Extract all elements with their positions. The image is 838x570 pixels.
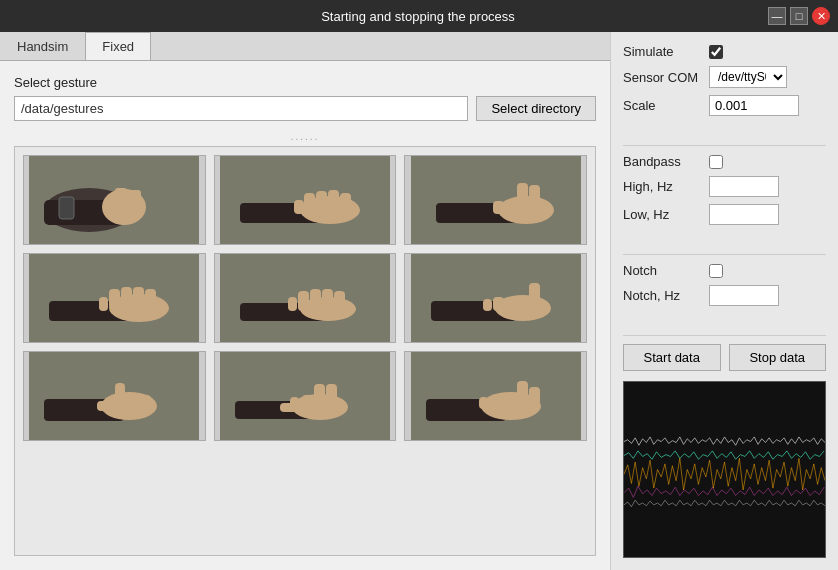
gesture-cell-3[interactable] [404,155,587,245]
svg-rect-53 [97,401,117,411]
waveform-svg [624,382,825,557]
scale-input[interactable] [709,95,799,116]
svg-rect-42 [529,283,540,309]
svg-rect-13 [316,191,327,209]
sensor-com-select[interactable]: /dev/ttyS0 /dev/ttyS1 /dev/ttyUSB0 [709,66,787,88]
svg-rect-28 [121,287,132,309]
gesture-cell-9[interactable] [404,351,587,441]
scroll-indicator: ...... [14,131,596,142]
scale-row: Scale [623,95,826,116]
close-button[interactable]: ✕ [812,7,830,25]
maximize-button[interactable]: □ [790,7,808,25]
svg-rect-14 [304,193,315,211]
directory-input[interactable] [14,96,468,121]
left-content: Select gesture Select directory ...... [0,61,610,570]
svg-rect-57 [326,384,337,408]
notch-section: Notch Notch, Hz [623,263,826,313]
title-bar: Starting and stopping the process — □ ✕ [0,0,838,32]
svg-rect-46 [483,299,492,311]
high-hz-input[interactable] [709,176,779,197]
notch-row: Notch [623,263,826,278]
svg-rect-43 [517,297,528,311]
svg-rect-59 [302,395,313,409]
gesture-image-3 [411,155,581,245]
bandpass-row: Bandpass [623,154,826,169]
svg-rect-38 [288,297,297,311]
gesture-cell-7[interactable] [23,351,206,441]
high-hz-label: High, Hz [623,179,703,194]
gesture-image-4 [29,253,199,343]
low-hz-input[interactable] [709,204,779,225]
notch-checkbox[interactable] [709,264,723,278]
low-hz-label: Low, Hz [623,207,703,222]
svg-rect-30 [99,297,108,311]
directory-row: Select directory [14,96,596,121]
scale-label: Scale [623,98,703,113]
svg-rect-7 [115,188,127,196]
gesture-cell-6[interactable] [404,253,587,343]
gesture-cell-5[interactable] [214,253,397,343]
sensor-com-label: Sensor COM [623,70,703,85]
notch-hz-label: Notch, Hz [623,288,703,303]
select-directory-button[interactable]: Select directory [476,96,596,121]
svg-rect-19 [529,185,540,211]
svg-rect-61 [280,403,298,412]
svg-rect-26 [145,289,156,309]
gesture-image-6 [411,253,581,343]
divider-2 [623,254,826,255]
gesture-cell-4[interactable] [23,253,206,343]
tab-handsim[interactable]: Handsim [0,32,85,60]
gesture-grid-container[interactable] [14,146,596,556]
bandpass-label: Bandpass [623,154,703,169]
gesture-cell-8[interactable] [214,351,397,441]
svg-rect-27 [133,287,144,309]
select-gesture-label: Select gesture [14,75,596,90]
svg-rect-21 [505,200,516,214]
gesture-cell-1[interactable] [23,155,206,245]
svg-rect-6 [129,190,141,198]
svg-rect-22 [493,201,504,214]
stop-data-button[interactable]: Stop data [729,344,827,371]
svg-rect-16 [411,155,581,245]
low-hz-row: Low, Hz [623,204,826,225]
notch-label: Notch [623,263,703,278]
gesture-image-8 [220,351,390,441]
gesture-grid [23,155,587,441]
high-hz-row: High, Hz [623,176,826,197]
svg-rect-12 [328,190,339,208]
simulate-checkbox[interactable] [709,45,723,59]
minimize-button[interactable]: — [768,7,786,25]
start-data-button[interactable]: Start data [623,344,721,371]
svg-rect-11 [340,193,351,211]
svg-rect-34 [334,291,345,311]
svg-rect-45 [493,297,504,311]
sensor-com-container: /dev/ttyS0 /dev/ttyS1 /dev/ttyUSB0 [709,66,787,88]
svg-rect-52 [129,395,139,409]
gesture-cell-2[interactable] [214,155,397,245]
svg-rect-69 [479,397,488,409]
svg-rect-35 [322,289,333,311]
right-panel: Simulate Sensor COM /dev/ttyS0 /dev/ttyS… [610,32,838,570]
svg-rect-4 [59,197,74,219]
gesture-image-7 [29,351,199,441]
bandpass-checkbox[interactable] [709,155,723,169]
window-title: Starting and stopping the process [68,9,768,24]
gesture-image-5 [220,253,390,343]
svg-rect-15 [294,200,304,214]
simulate-label: Simulate [623,44,703,59]
svg-rect-66 [529,387,540,407]
svg-rect-37 [298,291,309,311]
simulate-section: Simulate Sensor COM /dev/ttyS0 /dev/ttyS… [623,44,826,123]
action-buttons: Start data Stop data [623,344,826,371]
left-panel: Handsim Fixed Select gesture Select dire… [0,32,610,570]
sensor-com-row: Sensor COM /dev/ttyS0 /dev/ttyS1 /dev/tt… [623,66,826,88]
svg-rect-58 [314,384,325,408]
svg-rect-68 [493,395,504,409]
tab-fixed[interactable]: Fixed [85,32,151,60]
notch-hz-input[interactable] [709,285,779,306]
divider-3 [623,335,826,336]
svg-rect-67 [505,395,516,409]
svg-rect-51 [141,395,151,409]
svg-rect-44 [505,297,516,311]
gesture-image-9 [411,351,581,441]
